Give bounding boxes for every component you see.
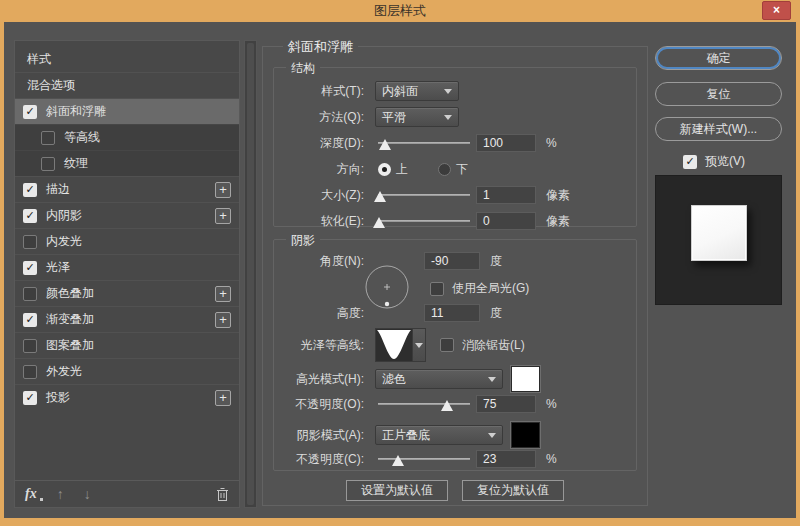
checkbox-checked-icon[interactable]: ✓	[23, 391, 37, 405]
sidebar-item-bevel-emboss[interactable]: ✓ 斜面和浮雕	[15, 98, 239, 124]
global-light-checkbox[interactable]	[430, 282, 444, 296]
sidebar-item-stroke[interactable]: ✓ 描边 +	[15, 176, 239, 202]
sidebar-item-inner-glow[interactable]: 内发光	[15, 228, 239, 254]
layer-style-dialog: 图层样式 × 样式 混合选项 ✓ 斜面和浮雕 等高线	[0, 0, 800, 526]
shadow-opacity-slider[interactable]	[378, 451, 470, 467]
check-icon: ✓	[25, 183, 34, 196]
add-effect-instance-button[interactable]: +	[215, 286, 231, 302]
checkbox-unchecked-icon[interactable]	[23, 235, 37, 249]
gloss-contour-label: 光泽等高线:	[274, 337, 370, 354]
ok-button[interactable]: 确定	[655, 46, 782, 70]
bevel-emboss-panel: 斜面和浮雕 结构 样式(T): 内斜面 方法(Q): 平滑	[262, 46, 648, 506]
fx-menu-button[interactable]: fx	[25, 486, 37, 502]
sidebar-item-color-overlay[interactable]: 颜色叠加 +	[15, 280, 239, 306]
sidebar-item-styles[interactable]: 样式	[15, 46, 239, 72]
sidebar-item-label: 颜色叠加	[46, 285, 94, 302]
check-icon: ✓	[25, 313, 34, 326]
shadow-opacity-input[interactable]: 23	[476, 450, 536, 468]
scrollbar-thumb[interactable]	[247, 43, 254, 505]
size-input[interactable]: 1	[476, 186, 536, 204]
checkbox-checked-icon[interactable]: ✓	[23, 105, 37, 119]
new-style-button[interactable]: 新建样式(W)...	[655, 117, 782, 141]
shadow-color-swatch[interactable]	[511, 422, 540, 448]
checkbox-checked-icon[interactable]: ✓	[23, 183, 37, 197]
structure-group: 结构 样式(T): 内斜面 方法(Q): 平滑	[273, 67, 637, 227]
add-effect-instance-button[interactable]: +	[215, 312, 231, 328]
slider-thumb[interactable]	[392, 455, 404, 466]
set-default-button[interactable]: 设置为默认值	[346, 480, 448, 501]
sidebar-item-label: 混合选项	[27, 77, 75, 94]
reset-default-button[interactable]: 复位为默认值	[462, 480, 564, 501]
checkbox-checked-icon[interactable]: ✓	[23, 313, 37, 327]
slider-thumb[interactable]	[379, 139, 391, 150]
shadow-mode-row: 阴影模式(A): 正片叠底	[274, 422, 628, 448]
shadow-mode-label: 阴影模式(A):	[274, 427, 370, 444]
checkbox-unchecked-icon[interactable]	[41, 131, 55, 145]
shadow-mode-value: 正片叠底	[382, 427, 430, 444]
add-effect-instance-button[interactable]: +	[215, 182, 231, 198]
depth-input[interactable]: 100	[476, 134, 536, 152]
checkbox-checked-icon[interactable]: ✓	[23, 209, 37, 223]
add-effect-instance-button[interactable]: +	[215, 208, 231, 224]
check-icon: ✓	[25, 105, 34, 118]
highlight-color-swatch[interactable]	[511, 366, 540, 392]
slider-thumb[interactable]	[374, 191, 386, 202]
angle-input[interactable]: -90	[424, 252, 480, 270]
shading-group: 阴影 角度(N): -90 度	[273, 239, 637, 471]
chevron-down-icon	[488, 377, 496, 382]
highlight-opacity-slider[interactable]	[378, 396, 470, 412]
size-slider[interactable]	[378, 187, 470, 203]
slider-thumb[interactable]	[441, 400, 453, 411]
add-effect-instance-button[interactable]: +	[215, 390, 231, 406]
sidebar-item-inner-shadow[interactable]: ✓ 内阴影 +	[15, 202, 239, 228]
highlight-mode-row: 高光模式(H): 滤色	[274, 366, 628, 392]
delete-effect-button[interactable]	[216, 487, 229, 502]
anti-alias-checkbox[interactable]	[440, 338, 454, 352]
altitude-input[interactable]: 11	[424, 304, 480, 322]
sidebar-item-label: 内发光	[46, 233, 82, 250]
close-button[interactable]: ×	[762, 1, 791, 20]
sidebar-item-contour[interactable]: 等高线	[15, 124, 239, 150]
depth-slider[interactable]	[378, 135, 470, 151]
angle-label: 角度(N):	[274, 253, 370, 270]
chevron-down-icon	[488, 433, 496, 438]
preview-checkbox[interactable]: ✓	[683, 155, 697, 169]
direction-down-radio[interactable]	[438, 163, 451, 176]
gloss-contour-dropdown-button[interactable]	[413, 328, 426, 362]
soften-slider[interactable]	[378, 213, 470, 229]
style-dropdown[interactable]: 内斜面	[375, 81, 459, 101]
checkbox-unchecked-icon[interactable]	[41, 157, 55, 171]
move-effect-down-button[interactable]: ↓	[84, 486, 91, 502]
sidebar-item-blending-options[interactable]: 混合选项	[15, 72, 239, 98]
sidebar-scrollbar[interactable]	[244, 40, 257, 508]
sidebar-item-outer-glow[interactable]: 外发光	[15, 358, 239, 384]
gloss-contour-thumbnail[interactable]	[375, 328, 413, 362]
contour-shape-icon	[376, 329, 412, 361]
technique-dropdown[interactable]: 平滑	[375, 107, 459, 127]
highlight-mode-dropdown[interactable]: 滤色	[375, 369, 503, 389]
slider-thumb[interactable]	[373, 217, 385, 228]
checkbox-checked-icon[interactable]: ✓	[23, 261, 37, 275]
checkbox-unchecked-icon[interactable]	[23, 339, 37, 353]
shadow-mode-dropdown[interactable]: 正片叠底	[375, 425, 503, 445]
checkbox-unchecked-icon[interactable]	[23, 287, 37, 301]
direction-up-radio[interactable]	[378, 163, 391, 176]
preview-checkbox-row: ✓ 预览(V)	[683, 153, 745, 170]
depth-unit: %	[546, 136, 557, 150]
shadow-opacity-label: 不透明度(C):	[274, 451, 370, 468]
sidebar-item-gradient-overlay[interactable]: ✓ 渐变叠加 +	[15, 306, 239, 332]
direction-label: 方向:	[274, 161, 370, 178]
sidebar-item-pattern-overlay[interactable]: 图案叠加	[15, 332, 239, 358]
soften-input[interactable]: 0	[476, 212, 536, 230]
sidebar-item-satin[interactable]: ✓ 光泽	[15, 254, 239, 280]
reset-button[interactable]: 复位	[655, 82, 782, 106]
soften-unit: 像素	[546, 213, 570, 230]
move-effect-up-button[interactable]: ↑	[57, 486, 64, 502]
dialog-body: 样式 混合选项 ✓ 斜面和浮雕 等高线 纹理 ✓	[4, 22, 796, 518]
titlebar[interactable]: 图层样式 ×	[0, 0, 800, 22]
checkbox-unchecked-icon[interactable]	[23, 365, 37, 379]
panel-title: 斜面和浮雕	[283, 38, 358, 56]
sidebar-item-texture[interactable]: 纹理	[15, 150, 239, 176]
highlight-opacity-input[interactable]: 75	[476, 395, 536, 413]
sidebar-item-drop-shadow[interactable]: ✓ 投影 +	[15, 384, 239, 410]
